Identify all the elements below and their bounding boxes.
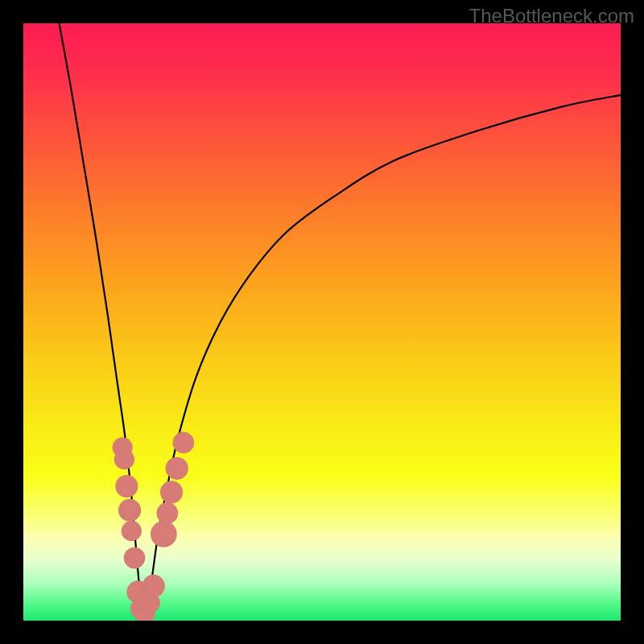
data-marker (142, 575, 165, 597)
data-marker (160, 481, 183, 503)
data-marker (124, 547, 146, 569)
data-marker (115, 475, 138, 497)
plot-svg (23, 23, 621, 621)
chart-frame: TheBottleneck.com (0, 0, 644, 644)
data-marker (114, 449, 134, 469)
data-marker (151, 521, 177, 547)
data-marker (166, 457, 188, 480)
plot-area (23, 23, 621, 621)
watermark-text: TheBottleneck.com (469, 5, 634, 27)
data-marker (122, 521, 142, 541)
data-marker (156, 502, 178, 524)
data-marker (173, 432, 195, 454)
gradient-background (23, 23, 621, 621)
data-marker (118, 499, 141, 522)
